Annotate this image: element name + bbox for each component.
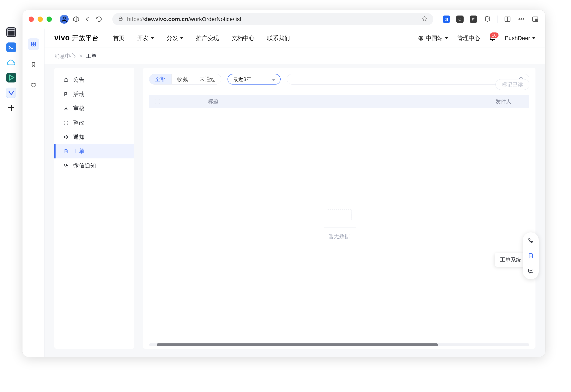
puzzle-icon[interactable] bbox=[483, 15, 491, 23]
top-nav: vivo开放平台 首页 开发 分发 推广变现 文档中心 联系我们 中国站 bbox=[44, 28, 545, 48]
breadcrumb-root[interactable]: 消息中心 bbox=[54, 53, 76, 60]
maximize-window-button[interactable] bbox=[47, 16, 52, 22]
os-add-icon[interactable] bbox=[6, 103, 16, 113]
top-nav-items: 首页 开发 分发 推广变现 文档中心 联系我们 bbox=[113, 34, 290, 42]
main-column: vivo开放平台 首页 开发 分发 推广变现 文档中心 联系我们 中国站 bbox=[44, 28, 545, 357]
nav-rail bbox=[22, 28, 44, 357]
top-nav-right: 中国站 管理中心 10 PushDeer bbox=[418, 34, 535, 42]
svg-point-27 bbox=[64, 164, 67, 166]
url-text: https://dev.vivo.com.cn/workOrderNotice/… bbox=[127, 16, 241, 22]
bookmark-star-icon[interactable] bbox=[422, 15, 428, 23]
nav-rail-bookmark[interactable] bbox=[28, 59, 39, 70]
nav-distribute[interactable]: 分发 bbox=[167, 34, 183, 42]
svg-rect-0 bbox=[8, 28, 15, 36]
os-vivo-icon[interactable] bbox=[6, 88, 16, 98]
svg-point-13 bbox=[521, 19, 522, 20]
side-menu: 公告 活动 审核 整改 通知 工单 微信通知 bbox=[54, 68, 134, 349]
profile-avatar[interactable] bbox=[60, 15, 69, 24]
float-ticket-icon[interactable] bbox=[526, 251, 535, 261]
scan-icon bbox=[63, 120, 69, 126]
chevron-down-icon bbox=[180, 37, 183, 39]
svg-rect-19 bbox=[31, 44, 33, 46]
notification-badge: 10 bbox=[490, 32, 499, 38]
os-play-icon[interactable] bbox=[6, 73, 16, 83]
close-window-button[interactable] bbox=[29, 16, 34, 22]
nav-promote[interactable]: 推广变现 bbox=[196, 34, 219, 42]
menu-review[interactable]: 审核 bbox=[54, 101, 134, 115]
os-terminal-icon[interactable] bbox=[6, 42, 16, 52]
reload-button[interactable] bbox=[95, 15, 103, 23]
browser-titlebar: https://dev.vivo.com.cn/workOrderNotice/… bbox=[22, 10, 545, 28]
notifications-button[interactable]: 10 bbox=[489, 34, 496, 42]
mark-read-button[interactable]: 标记已读 bbox=[495, 79, 529, 90]
nav-rail-apps[interactable] bbox=[28, 38, 39, 50]
back-button[interactable] bbox=[84, 15, 91, 23]
menu-rectify[interactable]: 整改 bbox=[54, 115, 134, 130]
extension-icon-1[interactable]: ◑ bbox=[443, 15, 450, 23]
menu-work-order[interactable]: 工单 bbox=[54, 144, 134, 158]
chat-icon bbox=[63, 163, 69, 169]
os-sidebar bbox=[0, 10, 22, 357]
nav-rail-heart[interactable] bbox=[28, 79, 39, 91]
flag-icon bbox=[63, 91, 69, 97]
os-cloud-icon[interactable] bbox=[6, 57, 16, 67]
svg-point-35 bbox=[530, 270, 530, 271]
horizontal-scrollbar[interactable] bbox=[149, 343, 529, 346]
float-actions bbox=[523, 232, 539, 279]
svg-rect-22 bbox=[64, 79, 68, 82]
menu-wechat[interactable]: 微信通知 bbox=[54, 158, 134, 173]
table-header: 标题 发件人 bbox=[149, 95, 529, 108]
column-sender: 发件人 bbox=[495, 98, 511, 105]
svg-point-37 bbox=[531, 270, 532, 271]
empty-illustration bbox=[327, 209, 351, 227]
os-panel-icon[interactable] bbox=[6, 27, 16, 37]
float-chat-icon[interactable] bbox=[526, 266, 535, 276]
address-bar[interactable]: https://dev.vivo.com.cn/workOrderNotice/… bbox=[112, 13, 433, 25]
sidebar-toggle-icon[interactable] bbox=[72, 15, 80, 23]
select-all-checkbox[interactable] bbox=[155, 99, 160, 104]
svg-rect-18 bbox=[34, 42, 36, 44]
svg-point-36 bbox=[530, 270, 531, 271]
megaphone-icon bbox=[63, 134, 69, 140]
region-selector[interactable]: 中国站 bbox=[418, 34, 448, 42]
chevron-down-icon bbox=[532, 37, 535, 39]
svg-rect-8 bbox=[119, 18, 122, 20]
breadcrumb: 消息中心 > 工单 bbox=[44, 48, 545, 64]
svg-point-6 bbox=[63, 17, 65, 19]
minimize-window-button[interactable] bbox=[38, 16, 43, 22]
briefcase-icon bbox=[63, 77, 69, 83]
manage-center-link[interactable]: 管理中心 bbox=[457, 34, 480, 42]
more-menu-icon[interactable] bbox=[517, 15, 525, 23]
svg-marker-9 bbox=[422, 16, 427, 21]
nav-home[interactable]: 首页 bbox=[113, 34, 125, 42]
user-menu[interactable]: PushDeer bbox=[505, 35, 535, 42]
svg-point-12 bbox=[519, 19, 520, 20]
extension-icon-3[interactable]: ◩ bbox=[470, 15, 477, 23]
extension-icon-2[interactable]: ☺ bbox=[456, 15, 464, 23]
svg-marker-3 bbox=[10, 75, 14, 80]
scrollbar-thumb[interactable] bbox=[157, 343, 438, 346]
empty-state: 暂无数据 bbox=[149, 108, 529, 341]
svg-rect-17 bbox=[31, 42, 33, 44]
svg-point-24 bbox=[65, 107, 67, 109]
split-view-icon[interactable] bbox=[504, 15, 511, 23]
nav-docs[interactable]: 文档中心 bbox=[232, 34, 255, 42]
float-phone-icon[interactable] bbox=[526, 236, 535, 245]
svg-rect-20 bbox=[34, 44, 36, 46]
brand-logo[interactable]: vivo开放平台 bbox=[54, 33, 99, 43]
main-panel: 全部 收藏 未通过 最近3年 bbox=[143, 68, 535, 349]
lock-icon bbox=[118, 16, 123, 23]
divider bbox=[497, 15, 498, 23]
svg-rect-16 bbox=[535, 19, 537, 21]
extension-icons: ◑ ☺ ◩ bbox=[443, 15, 539, 23]
traffic-lights bbox=[29, 16, 52, 22]
pip-icon[interactable] bbox=[531, 15, 539, 23]
menu-announcement[interactable]: 公告 bbox=[54, 73, 134, 87]
breadcrumb-separator: > bbox=[79, 53, 82, 59]
menu-notice[interactable]: 通知 bbox=[54, 130, 134, 144]
menu-activity[interactable]: 活动 bbox=[54, 87, 134, 101]
browser-window: https://dev.vivo.com.cn/workOrderNotice/… bbox=[22, 10, 545, 357]
nav-contact[interactable]: 联系我们 bbox=[267, 34, 290, 42]
nav-develop[interactable]: 开发 bbox=[137, 34, 154, 42]
empty-text: 暂无数据 bbox=[328, 233, 350, 240]
